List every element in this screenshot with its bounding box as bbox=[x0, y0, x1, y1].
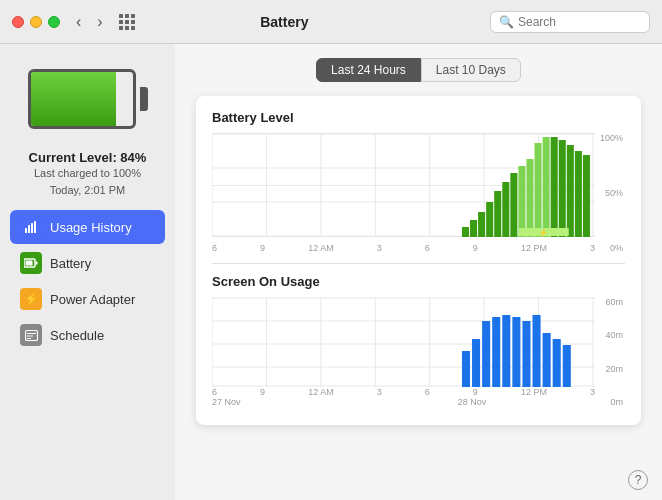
svg-rect-64 bbox=[563, 345, 571, 387]
sidebar-item-schedule[interactable]: Schedule bbox=[10, 318, 165, 352]
svg-rect-30 bbox=[518, 166, 525, 237]
svg-rect-6 bbox=[36, 262, 38, 265]
x-label: 9 bbox=[473, 387, 478, 397]
charge-date: Today, 2:01 PM bbox=[29, 182, 147, 199]
svg-rect-28 bbox=[502, 182, 509, 237]
sidebar-item-label: Schedule bbox=[50, 328, 104, 343]
battery-level-chart-title: Battery Level bbox=[212, 110, 625, 125]
svg-rect-1 bbox=[28, 225, 30, 233]
svg-rect-23 bbox=[462, 227, 469, 237]
charge-info: Last charged to 100% bbox=[29, 165, 147, 182]
svg-rect-55 bbox=[472, 339, 480, 387]
svg-rect-58 bbox=[502, 315, 510, 387]
screen-x-labels: 6 9 12 AM 3 6 9 12 PM 3 bbox=[212, 387, 595, 397]
x-label: 12 AM bbox=[308, 243, 334, 253]
screen-date-labels: 27 Nov 28 Nov bbox=[212, 397, 595, 407]
svg-rect-3 bbox=[34, 221, 36, 233]
svg-rect-2 bbox=[31, 223, 33, 233]
battery-tip bbox=[140, 87, 148, 111]
svg-rect-57 bbox=[492, 317, 500, 387]
sidebar-item-usage-history[interactable]: Usage History bbox=[10, 210, 165, 244]
right-panel: Last 24 Hours Last 10 Days Battery Level bbox=[175, 44, 662, 500]
tabs: Last 24 Hours Last 10 Days bbox=[316, 58, 521, 82]
search-box[interactable]: 🔍 bbox=[490, 11, 650, 33]
x-label: 3 bbox=[377, 387, 382, 397]
current-level-section: Current Level: 84% Last charged to 100% … bbox=[29, 150, 147, 198]
svg-rect-29 bbox=[510, 173, 517, 237]
sidebar-item-label: Battery bbox=[50, 256, 91, 271]
x-label: 9 bbox=[260, 387, 265, 397]
svg-rect-24 bbox=[470, 220, 477, 237]
sidebar-nav: Usage History Battery ⚡ Power Adapter bbox=[10, 210, 165, 352]
date-label: 28 Nov bbox=[458, 397, 487, 407]
back-button[interactable]: ‹ bbox=[72, 12, 85, 32]
svg-rect-38 bbox=[583, 155, 590, 237]
x-label: 3 bbox=[590, 243, 595, 253]
svg-text:⚡: ⚡ bbox=[539, 228, 548, 237]
y-label-60m: 60m bbox=[605, 297, 623, 307]
tab-last-10d[interactable]: Last 10 Days bbox=[421, 58, 521, 82]
sidebar-item-label: Power Adapter bbox=[50, 292, 135, 307]
svg-rect-32 bbox=[535, 143, 542, 237]
svg-rect-5 bbox=[26, 261, 33, 266]
close-button[interactable] bbox=[12, 16, 24, 28]
screen-usage-chart: 6 9 12 AM 3 6 9 12 PM 3 27 Nov 28 Nov bbox=[212, 297, 625, 407]
svg-rect-26 bbox=[486, 202, 493, 237]
battery-level-chart: ⚡ 6 9 12 AM 3 6 9 12 PM 3 100% bbox=[212, 133, 625, 253]
x-label: 12 AM bbox=[308, 387, 334, 397]
schedule-icon bbox=[20, 324, 42, 346]
svg-rect-34 bbox=[551, 137, 558, 237]
svg-rect-36 bbox=[567, 145, 574, 237]
search-input[interactable] bbox=[518, 15, 638, 29]
x-label: 6 bbox=[212, 243, 217, 253]
x-label: 9 bbox=[473, 243, 478, 253]
date-label: 27 Nov bbox=[212, 397, 241, 407]
level-text: Current Level: 84% bbox=[29, 150, 147, 165]
svg-rect-35 bbox=[559, 140, 566, 237]
svg-rect-62 bbox=[543, 333, 551, 387]
sidebar-item-label: Usage History bbox=[50, 220, 132, 235]
y-label-100: 100% bbox=[600, 133, 623, 143]
screen-usage-chart-title: Screen On Usage bbox=[212, 274, 625, 289]
minimize-button[interactable] bbox=[30, 16, 42, 28]
traffic-lights bbox=[12, 16, 60, 28]
svg-rect-61 bbox=[533, 315, 541, 387]
main-content: Current Level: 84% Last charged to 100% … bbox=[0, 44, 662, 500]
svg-rect-27 bbox=[494, 191, 501, 237]
screen-y-labels: 60m 40m 20m 0m bbox=[597, 297, 625, 407]
x-label: 6 bbox=[212, 387, 217, 397]
battery-fill bbox=[31, 72, 117, 126]
svg-rect-60 bbox=[522, 321, 530, 387]
usage-history-icon bbox=[20, 216, 42, 238]
x-label: 12 PM bbox=[521, 387, 547, 397]
y-label-20m: 20m bbox=[605, 364, 623, 374]
power-icon: ⚡ bbox=[20, 288, 42, 310]
screen-chart-area: 6 9 12 AM 3 6 9 12 PM 3 27 Nov 28 Nov bbox=[212, 297, 595, 407]
battery-chart-area: ⚡ 6 9 12 AM 3 6 9 12 PM 3 bbox=[212, 133, 595, 253]
x-label: 3 bbox=[377, 243, 382, 253]
help-button[interactable]: ? bbox=[628, 470, 648, 490]
tab-last-24h[interactable]: Last 24 Hours bbox=[316, 58, 421, 82]
x-label: 6 bbox=[425, 243, 430, 253]
chart-panel: Battery Level bbox=[196, 96, 641, 425]
svg-rect-25 bbox=[478, 212, 485, 237]
sidebar-item-battery[interactable]: Battery bbox=[10, 246, 165, 280]
svg-rect-31 bbox=[526, 159, 533, 237]
search-icon: 🔍 bbox=[499, 15, 514, 29]
sidebar-item-power-adapter[interactable]: ⚡ Power Adapter bbox=[10, 282, 165, 316]
x-label: 3 bbox=[590, 387, 595, 397]
svg-rect-54 bbox=[462, 351, 470, 387]
battery-icon bbox=[20, 252, 42, 274]
svg-rect-63 bbox=[553, 339, 561, 387]
x-label: 9 bbox=[260, 243, 265, 253]
x-label: 6 bbox=[425, 387, 430, 397]
section-divider bbox=[212, 263, 625, 264]
svg-rect-37 bbox=[575, 151, 582, 237]
y-label-50: 50% bbox=[605, 188, 623, 198]
svg-rect-33 bbox=[543, 137, 550, 237]
svg-rect-59 bbox=[512, 317, 520, 387]
y-label-0m: 0m bbox=[610, 397, 623, 407]
battery-body bbox=[28, 69, 136, 129]
page-title: Battery bbox=[87, 14, 482, 30]
maximize-button[interactable] bbox=[48, 16, 60, 28]
